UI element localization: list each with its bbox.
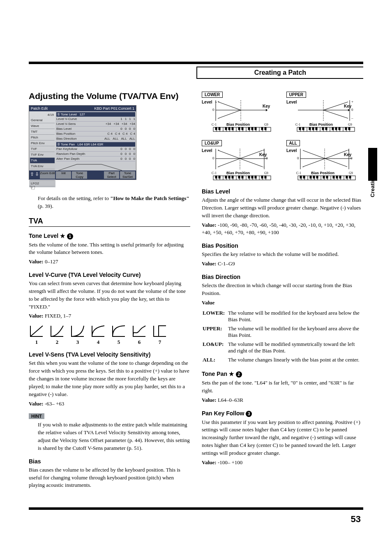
svg-text:G9: G9 (264, 171, 268, 175)
header-title: Creating a Patch (196, 67, 363, 79)
svg-rect-40 (261, 127, 263, 130)
svg-rect-38 (251, 127, 253, 130)
svg-rect-167 (313, 176, 315, 178)
svg-rect-82 (345, 127, 347, 130)
svg-rect-78 (325, 127, 327, 130)
svg-rect-127 (248, 176, 250, 178)
svg-text:Key: Key (259, 152, 267, 157)
svg-text:0: 0 (212, 108, 214, 112)
svg-rect-74 (309, 127, 311, 130)
svg-text:–: – (351, 116, 353, 120)
bias-body: Bias causes the volume to be affected by… (29, 466, 190, 490)
note-reference: For details on the setting, refer to "Ho… (38, 195, 190, 210)
svg-line-51 (323, 110, 348, 118)
pointing-hand-icon: ☞ (28, 182, 36, 193)
screenshot-title-right: KBD Part P01:Concert 1 (94, 106, 134, 111)
svg-line-99 (240, 159, 263, 167)
side-tab-label: Creating a Patch (369, 115, 376, 197)
svg-text:Bias Position: Bias Position (311, 171, 334, 175)
svg-text:Level: Level (202, 148, 212, 153)
svg-line-97 (218, 159, 240, 167)
pan-kf-body: Use this parameter if you want key posit… (202, 419, 363, 457)
svg-rect-124 (232, 176, 233, 178)
svg-rect-174 (346, 176, 348, 178)
svg-rect-168 (316, 176, 318, 178)
svg-text:C-1: C-1 (295, 123, 300, 127)
svg-text:+: + (217, 99, 219, 104)
svg-rect-172 (336, 176, 338, 178)
svg-rect-75 (312, 127, 314, 130)
device-screenshot: Patch Edit KBD Part P01:Concert 1 4/19 G… (29, 105, 136, 180)
svg-rect-173 (339, 176, 341, 178)
svg-rect-165 (303, 176, 305, 178)
bias-heading: Bias (29, 458, 190, 465)
svg-text:C-1: C-1 (212, 123, 217, 127)
svg-rect-83 (348, 127, 350, 130)
svg-rect-33 (228, 127, 230, 130)
svg-rect-131 (265, 176, 266, 178)
svg-rect-41 (265, 127, 266, 130)
tva-heading: TVA (29, 217, 190, 227)
hint-badge: HINT (29, 413, 44, 419)
svg-text:+: + (351, 99, 353, 104)
svg-text:Level: Level (202, 100, 212, 104)
side-tab: Creating a Patch (368, 115, 379, 197)
svg-rect-169 (323, 176, 325, 178)
svg-text:Level: Level (286, 100, 297, 104)
svg-rect-129 (255, 176, 256, 178)
svg-rect-72 (299, 127, 301, 130)
svg-text:0: 0 (297, 156, 299, 160)
svg-rect-39 (255, 127, 256, 130)
tone-level-body: Sets the volume of the tone. This settin… (29, 241, 190, 257)
svg-text:G9: G9 (348, 123, 352, 127)
svg-rect-175 (349, 176, 351, 178)
svg-rect-130 (261, 176, 263, 178)
svg-rect-164 (300, 176, 302, 178)
svg-rect-171 (333, 176, 334, 178)
svg-text:Key: Key (263, 104, 270, 108)
bias-diagrams: LOWER Level + 0 – Key C-1 (202, 91, 363, 181)
svg-line-96 (218, 150, 240, 159)
hint-body: If you wish to make adjustments to the e… (38, 421, 190, 452)
lvcurve-body: You can select from seven curves that de… (29, 280, 190, 311)
pan-kf-heading: Pan Key Follow 3 (202, 410, 363, 417)
svg-rect-37 (248, 127, 250, 130)
svg-rect-77 (322, 127, 324, 130)
svg-text:Level: Level (286, 148, 297, 153)
bias-level-body: Adjusts the angle of the volume change t… (202, 196, 363, 220)
svg-rect-128 (251, 176, 253, 178)
svg-text:+: + (217, 148, 219, 152)
svg-text:Bias Position: Bias Position (226, 171, 250, 175)
svg-rect-35 (238, 127, 240, 130)
svg-rect-80 (335, 127, 337, 130)
svg-rect-79 (332, 127, 334, 130)
section-heading: Adjusting the Volume (TVA/TVA Env) (29, 91, 190, 101)
svg-text:0: 0 (212, 156, 214, 160)
svg-rect-123 (228, 176, 230, 178)
bias-level-heading: Bias Level (202, 188, 363, 195)
svg-rect-121 (219, 176, 220, 178)
tone-level-heading: Tone Level ★ 1 (29, 233, 190, 240)
svg-rect-34 (232, 127, 233, 130)
page-number: 53 (29, 514, 363, 525)
svg-rect-126 (242, 176, 243, 178)
svg-text:Bias Position: Bias Position (226, 122, 250, 127)
svg-rect-120 (215, 176, 217, 178)
svg-text:C-1: C-1 (296, 171, 301, 175)
bias-position-heading: Bias Position (202, 242, 363, 249)
svg-rect-122 (225, 176, 227, 178)
curve-diagrams: 1 2 3 4 5 6 7 (29, 324, 190, 345)
svg-rect-32 (225, 127, 227, 130)
svg-text:Key: Key (344, 152, 352, 157)
bias-direction-body: Selects the direction in which change wi… (202, 282, 363, 297)
lvsens-heading: Level V-Sens (TVA Level Velocity Sensiti… (29, 351, 190, 358)
svg-text:G9: G9 (264, 123, 268, 127)
svg-rect-125 (238, 176, 240, 178)
lvsens-body: Set this when you want the volume of the… (29, 359, 190, 398)
svg-rect-170 (326, 176, 328, 178)
bias-direction-heading: Bias Direction (202, 274, 363, 280)
svg-rect-36 (242, 127, 243, 130)
lvcurve-heading: Level V-Curve (TVA Level Velocity Curve) (29, 272, 190, 278)
tone-pan-body: Sets the pan of the tone. "L64" is far l… (202, 379, 363, 395)
screenshot-title-left: Patch Edit (31, 106, 48, 111)
